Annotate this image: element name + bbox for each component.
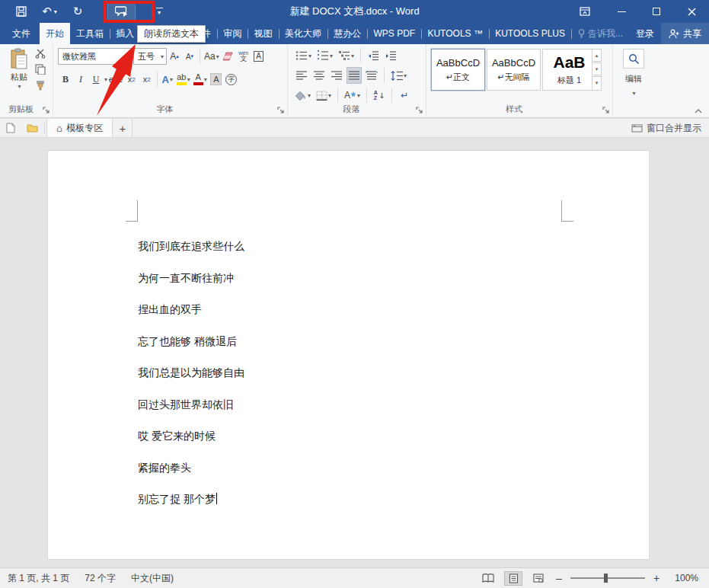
align-center-button[interactable]: [311, 67, 327, 84]
text-effects-button[interactable]: A▾: [160, 71, 175, 88]
asian-layout-button[interactable]: A ▾: [343, 87, 362, 104]
change-case-button[interactable]: Aa▾: [203, 48, 221, 65]
maximize-button[interactable]: [641, 0, 672, 23]
minimize-button[interactable]: [606, 0, 637, 23]
shrink-font-button[interactable]: A▾: [182, 48, 197, 65]
character-shading-button[interactable]: A: [209, 71, 224, 88]
web-layout-button[interactable]: [529, 571, 548, 586]
style-normal[interactable]: AaBbCcD ↵正文: [431, 49, 485, 91]
ribbon-display-options-button[interactable]: [570, 0, 600, 23]
text-line[interactable]: 哎 爱它来的时候: [138, 420, 244, 452]
highlight-color-button[interactable]: ab ▾: [175, 71, 192, 88]
tab-view[interactable]: 视图: [248, 23, 279, 44]
format-painter-button[interactable]: [35, 80, 46, 91]
italic-button[interactable]: I: [73, 71, 88, 88]
tab-review[interactable]: 审阅: [217, 23, 248, 44]
tab-wps-pdf[interactable]: WPS PDF: [368, 23, 422, 44]
tab-kutools-plus[interactable]: KUTOOLS PLUS: [489, 23, 571, 44]
text-line[interactable]: 捏出血的双手: [138, 294, 244, 326]
decrease-indent-button[interactable]: [366, 47, 381, 64]
close-button[interactable]: [676, 0, 707, 23]
shading-button[interactable]: ▾: [294, 87, 312, 104]
zoom-out-button[interactable]: –: [554, 572, 564, 584]
zoom-in-button[interactable]: +: [652, 572, 661, 584]
undo-button[interactable]: ↶ ▾: [37, 0, 62, 23]
increase-indent-button[interactable]: [383, 47, 398, 64]
language-indicator[interactable]: 中文(中国): [123, 572, 181, 585]
align-left-button[interactable]: [294, 67, 309, 84]
character-border-button[interactable]: A: [251, 48, 267, 65]
sort-button[interactable]: AZ ↓: [372, 87, 387, 104]
text-line[interactable]: 我们到底在追求些什么: [138, 231, 244, 263]
editing-label[interactable]: 编辑: [613, 73, 654, 85]
font-color-button[interactable]: A ▾: [192, 71, 209, 88]
tab-insert[interactable]: 插入: [110, 23, 140, 44]
zoom-level[interactable]: 100%: [668, 573, 698, 583]
phonetic-guide-button[interactable]: wén 文: [236, 48, 251, 65]
tab-home[interactable]: 开始: [40, 23, 70, 44]
text-line[interactable]: 紧握的拳头: [138, 452, 244, 484]
open-folder-button[interactable]: [21, 119, 43, 137]
strikethrough-button[interactable]: abc: [107, 71, 124, 88]
text-line[interactable]: 别忘了捉 那个梦: [138, 484, 244, 516]
tab-beautify-master[interactable]: 美化大师: [279, 23, 327, 44]
line-spacing-button[interactable]: ▾: [389, 67, 408, 84]
text-line[interactable]: 回过头那世界却依旧: [138, 389, 244, 421]
text-line[interactable]: 忘了也能够 稍微退后: [138, 326, 244, 358]
zoom-slider[interactable]: [570, 577, 645, 579]
bullets-button[interactable]: ▾: [294, 47, 313, 64]
distribute-button[interactable]: [364, 67, 379, 84]
document-page[interactable]: 我们到底在追求些什么 为何一直不断往前冲 捏出血的双手 忘了也能够 稍微退后 我…: [47, 150, 650, 560]
subscript-button[interactable]: x2: [124, 71, 139, 88]
grow-font-button[interactable]: A▴: [167, 48, 182, 65]
page-indicator[interactable]: 第 1 页, 共 1 页: [0, 572, 77, 585]
style-heading-1[interactable]: AaB 标题 1: [542, 49, 596, 91]
multilevel-list-button[interactable]: ▾: [337, 47, 356, 64]
font-dialog-launcher[interactable]: [277, 107, 285, 114]
style-no-spacing[interactable]: AaBbCcD ↵无间隔: [487, 49, 541, 91]
font-size-combo[interactable]: 五号 ▾: [133, 48, 167, 65]
text-line[interactable]: 我们总是以为能够自由: [138, 357, 244, 389]
copy-button[interactable]: [35, 64, 46, 75]
merge-windows-toggle[interactable]: 窗口合并显示: [631, 119, 709, 137]
text-line[interactable]: 为何一直不断往前冲: [138, 263, 244, 295]
word-count[interactable]: 72 个字: [77, 572, 123, 585]
share-button[interactable]: 共享: [661, 23, 709, 44]
clear-formatting-button[interactable]: [221, 48, 236, 65]
template-zone-tab[interactable]: ⌂ 模板专区: [46, 119, 113, 137]
print-layout-button[interactable]: [504, 571, 522, 586]
find-button[interactable]: [623, 49, 644, 69]
numbering-button[interactable]: ▾: [315, 47, 334, 64]
underline-button[interactable]: U: [88, 71, 104, 88]
read-mode-button[interactable]: [479, 571, 497, 586]
styles-gallery-more-button[interactable]: ▾: [592, 76, 602, 91]
zoom-slider-thumb[interactable]: [604, 574, 608, 583]
align-right-button[interactable]: [329, 67, 344, 84]
new-tab-button[interactable]: +: [113, 119, 133, 137]
tell-me-box[interactable]: 告诉我...: [572, 23, 629, 44]
tab-huibangong[interactable]: 慧办公: [327, 23, 367, 44]
sign-in-button[interactable]: 登录: [629, 23, 661, 44]
enclose-characters-button[interactable]: 字: [224, 71, 239, 88]
superscript-button[interactable]: x2: [139, 71, 155, 88]
save-button[interactable]: [11, 0, 32, 23]
redo-button[interactable]: ↻: [67, 0, 88, 23]
new-document-button[interactable]: [0, 119, 21, 137]
clipboard-dialog-launcher[interactable]: [43, 107, 50, 114]
bold-button[interactable]: B: [58, 71, 73, 88]
paragraph-dialog-launcher[interactable]: [416, 107, 423, 114]
show-hide-marks-button[interactable]: ↵: [397, 87, 412, 104]
paste-button[interactable]: 粘贴 ▾: [5, 48, 33, 103]
cut-button[interactable]: [35, 49, 46, 59]
font-name-combo[interactable]: 微软雅黑 ▾: [58, 48, 131, 65]
styles-scroll-up-button[interactable]: ▴: [592, 49, 602, 62]
collapse-ribbon-button[interactable]: [694, 108, 703, 114]
document-text[interactable]: 我们到底在追求些什么 为何一直不断往前冲 捏出血的双手 忘了也能够 稍微退后 我…: [138, 231, 244, 516]
justify-button[interactable]: [347, 67, 362, 84]
tab-file[interactable]: 文件: [3, 23, 40, 44]
tab-toolbox[interactable]: 工具箱: [70, 23, 110, 44]
tab-kutools[interactable]: KUTOOLS ™: [421, 23, 488, 44]
styles-scroll-down-button[interactable]: ▾: [592, 62, 602, 75]
styles-dialog-launcher[interactable]: [602, 107, 610, 114]
borders-button[interactable]: ▾: [315, 87, 333, 104]
